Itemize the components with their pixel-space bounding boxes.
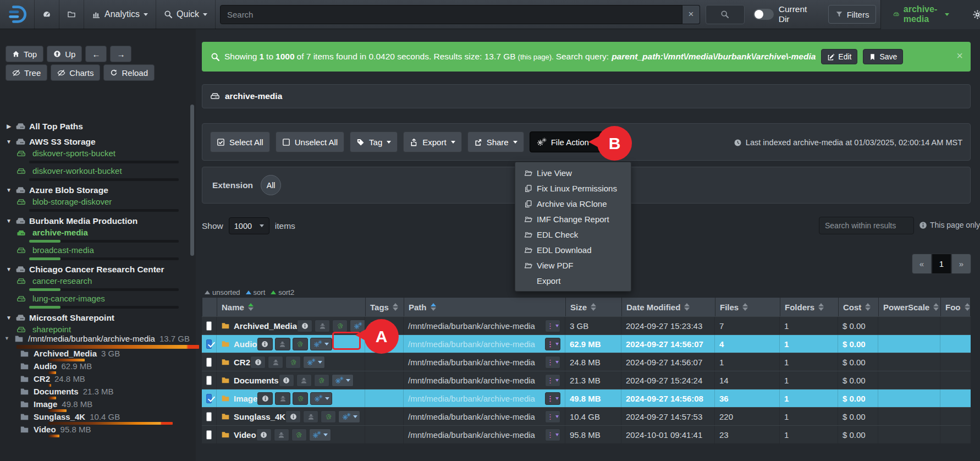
column-header[interactable]: Tags xyxy=(365,298,404,316)
tree-item-label[interactable]: archive-media xyxy=(32,227,88,238)
permissions-button[interactable] xyxy=(275,338,290,350)
tree-item[interactable]: ▼ Azure Blob Storage xyxy=(5,184,187,196)
file-browser-button[interactable] xyxy=(59,0,84,29)
tree-item-label[interactable]: broadcast-media xyxy=(32,245,94,256)
tree-caret-icon[interactable]: ▼ xyxy=(5,185,12,196)
tree-item[interactable]: cancer-research xyxy=(5,276,187,291)
permissions-button[interactable] xyxy=(274,429,289,441)
sidebar-scrollbar[interactable] xyxy=(190,105,194,256)
top-button[interactable]: Top xyxy=(5,46,43,62)
permissions-button[interactable] xyxy=(275,392,290,405)
path-options-button[interactable]: ⋮ xyxy=(545,410,560,423)
sort-legend-item[interactable]: unsorted xyxy=(205,288,240,297)
sort-arrows[interactable] xyxy=(393,303,398,311)
row-checkbox[interactable] xyxy=(206,321,212,331)
tags-cell[interactable] xyxy=(365,389,403,407)
index-selector[interactable]: archive-media xyxy=(881,0,961,29)
menu-item[interactable]: EDL Check xyxy=(515,227,631,242)
analytics-menu[interactable]: Analytics xyxy=(84,0,156,29)
info-button[interactable] xyxy=(256,429,272,441)
permissions-button[interactable] xyxy=(315,320,330,332)
tree-item[interactable]: ▶ All Top Paths xyxy=(5,120,187,133)
back-button[interactable]: ← xyxy=(85,46,107,62)
sort-arrows[interactable] xyxy=(248,303,254,311)
menu-item[interactable]: IMF Change Report xyxy=(515,211,631,227)
row-name-link[interactable]: Video xyxy=(234,430,256,440)
tags-cell[interactable] xyxy=(365,408,403,425)
sort-arrows[interactable] xyxy=(933,303,939,311)
edit-query-button[interactable]: Edit xyxy=(821,49,857,64)
select-all-button[interactable]: Select All xyxy=(210,131,270,152)
tree-item-label[interactable]: cancer-research xyxy=(32,276,92,287)
current-dir-toggle[interactable] xyxy=(753,9,774,20)
directory-item[interactable]: ▼ Archived_Media 3 GB xyxy=(4,349,196,361)
tree-item[interactable]: ▼ Burbank Media Production xyxy=(5,215,187,227)
tree-item-label[interactable]: Chicago Cancer Research Center xyxy=(29,264,164,275)
info-button[interactable] xyxy=(285,410,301,423)
row-checkbox[interactable] xyxy=(206,430,212,440)
permissions-button[interactable] xyxy=(268,356,283,369)
directory-item[interactable]: ▼ Audio 62.9 MB xyxy=(4,361,196,374)
directory-name[interactable]: CR2 xyxy=(34,374,50,383)
directory-name[interactable]: Image xyxy=(34,399,57,409)
row-path-link[interactable]: /mnt/media/burbank/archive-media xyxy=(408,412,535,421)
tree-item[interactable]: ▼ AWS S3 Storage xyxy=(5,135,187,148)
path-options-button[interactable]: ⋮ xyxy=(545,356,560,369)
table-row[interactable]: Archived_Media xyxy=(202,316,971,334)
dupes-button[interactable] xyxy=(293,338,308,350)
directory-name[interactable]: Video xyxy=(34,425,56,434)
tree-item-label[interactable]: diskover-sports-bucket xyxy=(32,148,115,159)
directory-item[interactable]: ▼ /mnt/media/burbank/archive-media 13.7 … xyxy=(4,333,196,349)
tree-item[interactable]: lung-cancer-images xyxy=(5,293,187,309)
menu-item[interactable]: Fix Linux Permissions xyxy=(515,180,631,196)
dashboard-button[interactable] xyxy=(35,0,59,29)
chevron-down-icon[interactable]: ▼ xyxy=(4,336,10,341)
tree-caret-icon[interactable]: ▼ xyxy=(5,136,12,147)
row-file-action-button[interactable] xyxy=(310,392,332,405)
table-row[interactable]: Sunglass_4K /mn xyxy=(202,407,971,425)
extension-all-pill[interactable]: All xyxy=(261,175,281,195)
column-header[interactable]: Cost xyxy=(838,298,878,316)
row-path-link[interactable]: /mnt/media/burbank/archive-media xyxy=(408,376,535,385)
menu-item[interactable]: Export xyxy=(515,273,631,288)
table-row[interactable]: Documents /mnt/ xyxy=(202,371,971,389)
tree-toggle-button[interactable]: Tree xyxy=(5,64,47,81)
tree-item[interactable]: blob-storage-diskover xyxy=(5,196,187,212)
dupes-button[interactable] xyxy=(321,410,336,423)
directory-name[interactable]: Sunglass_4K xyxy=(34,412,85,421)
directory-item[interactable]: ▼ Video 95.8 MB xyxy=(4,425,196,437)
row-file-action-button[interactable] xyxy=(332,374,354,387)
row-checkbox[interactable] xyxy=(206,412,212,421)
dupes-button[interactable] xyxy=(291,429,307,441)
row-path-link[interactable]: /mnt/media/burbank/archive-media xyxy=(408,339,535,349)
column-header[interactable]: Files xyxy=(715,298,780,316)
reload-button[interactable]: Reload xyxy=(103,64,155,81)
close-banner-button[interactable]: × xyxy=(956,50,963,62)
tree-caret-icon[interactable]: ▼ xyxy=(5,312,12,323)
tree-caret-icon[interactable]: ▼ xyxy=(5,264,12,275)
prev-page-button[interactable]: « xyxy=(912,254,932,274)
tree-item[interactable]: diskover-sports-bucket xyxy=(5,148,187,163)
tree-item-label[interactable]: blob-storage-diskover xyxy=(32,196,112,207)
menu-item[interactable]: EDL Download xyxy=(515,242,631,257)
directory-name[interactable]: /mnt/media/burbank/archive-media xyxy=(28,334,155,343)
column-header[interactable]: Size xyxy=(565,298,621,316)
info-button[interactable] xyxy=(250,356,266,369)
sort-legend-item[interactable]: sort xyxy=(246,288,266,297)
directory-name[interactable]: Audio xyxy=(34,361,57,371)
row-file-action-button[interactable] xyxy=(303,356,325,369)
tree-item[interactable]: broadcast-media xyxy=(5,245,187,260)
sort-arrows[interactable] xyxy=(742,303,748,311)
row-path-link[interactable]: /mnt/media/burbank/archive-media xyxy=(408,321,535,331)
row-path-link[interactable]: /mnt/media/burbank/archive-media xyxy=(408,358,535,367)
info-button[interactable] xyxy=(257,392,273,405)
tree-item[interactable]: ▼ Chicago Cancer Research Center xyxy=(5,263,187,276)
sort-arrows[interactable] xyxy=(591,303,596,311)
column-header[interactable]: Name xyxy=(217,298,365,316)
row-file-action-button[interactable] xyxy=(309,429,331,441)
show-items-select[interactable]: 1000 xyxy=(229,217,269,234)
tree-item-label[interactable]: Burbank Media Production xyxy=(29,216,137,227)
tag-menu-button[interactable]: Tag xyxy=(350,131,398,152)
dupes-button[interactable] xyxy=(285,356,301,369)
tree-item-label[interactable]: All Top Paths xyxy=(29,121,83,132)
